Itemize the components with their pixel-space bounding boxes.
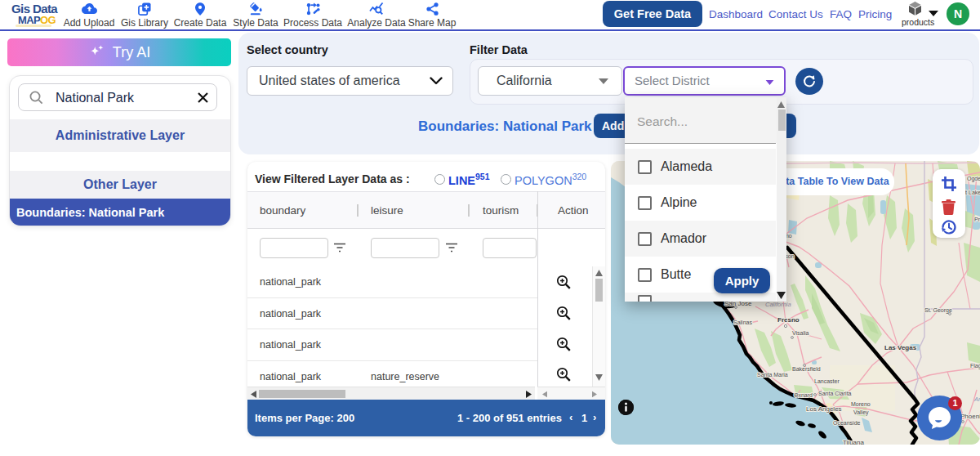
svg-text:Oceanside: Oceanside [833,420,861,426]
svg-text:Salinas: Salinas [733,320,752,325]
svg-text:Visalia: Visalia [792,330,809,336]
svg-text:Los Angeles: Los Angeles [806,405,842,413]
svg-text:Ogden: Ogden [967,176,980,182]
svg-text:Santa Clarita: Santa Clarita [818,391,852,396]
svg-text:Bakersfield: Bakersfield [792,366,821,372]
svg-text:Las Vegas: Las Vegas [884,344,917,351]
svg-text:Fresno: Fresno [777,316,800,324]
svg-text:St. George: St. George [924,307,952,314]
svg-text:Ariz: Ariz [973,396,980,403]
svg-text:Santa Maria: Santa Maria [757,372,788,378]
svg-text:California: California [765,301,791,308]
svg-text:Tijuana: Tijuana [843,439,864,445]
svg-text:Flagstaff: Flagstaff [970,363,980,369]
svg-text:Valley: Valley [853,409,869,416]
svg-text:Phoenix: Phoenix [960,413,980,420]
svg-text:Provo: Provo [974,217,980,222]
svg-text:Lancaster: Lancaster [814,378,840,384]
svg-text:Moreno: Moreno [851,401,871,407]
svg-text:Oxnard: Oxnard [794,392,813,398]
